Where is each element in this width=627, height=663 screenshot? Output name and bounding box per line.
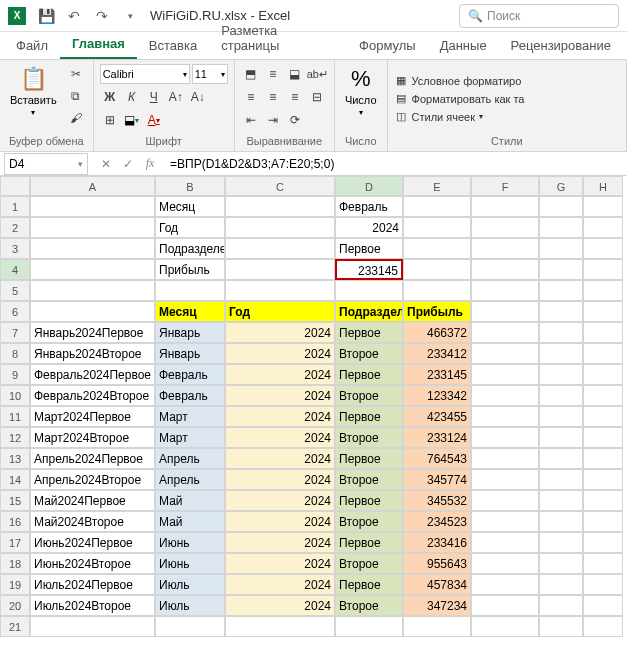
font-name-select[interactable]: Calibri▾ xyxy=(100,64,190,84)
cell[interactable]: Второе xyxy=(335,385,403,406)
tab-page-layout[interactable]: Разметка страницы xyxy=(209,17,347,59)
cell[interactable]: Январь2024Второе xyxy=(30,343,155,364)
cell[interactable]: 123342 xyxy=(403,385,471,406)
cell[interactable]: Февраль xyxy=(155,364,225,385)
cell[interactable]: Январь xyxy=(155,343,225,364)
cell[interactable]: 233416 xyxy=(403,532,471,553)
cell[interactable]: Март xyxy=(155,427,225,448)
tab-home[interactable]: Главная xyxy=(60,30,137,59)
cell[interactable] xyxy=(471,238,539,259)
cell[interactable] xyxy=(471,574,539,595)
cell[interactable]: 2024 xyxy=(225,343,335,364)
cell[interactable]: 345774 xyxy=(403,469,471,490)
font-size-down-icon[interactable]: A↓ xyxy=(188,87,208,107)
cell[interactable] xyxy=(471,595,539,616)
cell[interactable]: Июнь xyxy=(155,553,225,574)
cell[interactable] xyxy=(471,532,539,553)
cell[interactable] xyxy=(539,385,583,406)
cell[interactable]: Июль xyxy=(155,574,225,595)
column-header[interactable]: F xyxy=(471,176,539,196)
cell[interactable]: 233145 xyxy=(403,364,471,385)
cell[interactable]: Июнь2024Второе xyxy=(30,553,155,574)
cut-icon[interactable]: ✂ xyxy=(65,64,87,84)
cell[interactable]: Первое xyxy=(335,364,403,385)
italic-button[interactable]: К xyxy=(122,87,142,107)
cell[interactable] xyxy=(539,322,583,343)
cell[interactable]: Второе xyxy=(335,511,403,532)
row-header[interactable]: 4 xyxy=(0,259,30,280)
cell[interactable] xyxy=(583,406,623,427)
cell[interactable]: Первое xyxy=(335,448,403,469)
column-header[interactable]: H xyxy=(583,176,623,196)
cell[interactable] xyxy=(155,616,225,637)
cell[interactable] xyxy=(471,280,539,301)
cell[interactable] xyxy=(30,301,155,322)
cell[interactable]: Прибыль xyxy=(155,259,225,280)
font-size-up-icon[interactable]: A↑ xyxy=(166,87,186,107)
cell[interactable] xyxy=(539,469,583,490)
cell[interactable] xyxy=(583,574,623,595)
cell[interactable] xyxy=(583,238,623,259)
cell[interactable]: Подразделение xyxy=(155,238,225,259)
row-header[interactable]: 15 xyxy=(0,490,30,511)
cell[interactable] xyxy=(403,616,471,637)
cell[interactable] xyxy=(403,196,471,217)
wrap-text-icon[interactable]: ab↵ xyxy=(307,64,328,84)
cell[interactable] xyxy=(225,238,335,259)
cell[interactable]: Второе xyxy=(335,595,403,616)
cell[interactable]: 233145 xyxy=(335,259,403,280)
border-icon[interactable]: ⊞ xyxy=(100,110,120,130)
tab-insert[interactable]: Вставка xyxy=(137,32,209,59)
cell[interactable] xyxy=(539,406,583,427)
cell[interactable]: Февраль2024Первое xyxy=(30,364,155,385)
cell[interactable] xyxy=(583,427,623,448)
cell[interactable]: Второе xyxy=(335,469,403,490)
tab-formulas[interactable]: Формулы xyxy=(347,32,428,59)
cell[interactable] xyxy=(403,280,471,301)
row-header[interactable]: 20 xyxy=(0,595,30,616)
cell[interactable]: Июнь xyxy=(155,532,225,553)
row-header[interactable]: 19 xyxy=(0,574,30,595)
tab-file[interactable]: Файл xyxy=(4,32,60,59)
cell[interactable]: Месяц xyxy=(155,301,225,322)
cell[interactable]: 2024 xyxy=(225,490,335,511)
cell[interactable] xyxy=(30,238,155,259)
align-middle-icon[interactable]: ≡ xyxy=(263,64,283,84)
row-header[interactable]: 13 xyxy=(0,448,30,469)
cell[interactable] xyxy=(225,196,335,217)
cell[interactable]: Первое xyxy=(335,574,403,595)
cell[interactable]: 2024 xyxy=(225,469,335,490)
cell[interactable] xyxy=(471,490,539,511)
cell[interactable]: Апрель xyxy=(155,469,225,490)
underline-button[interactable]: Ч xyxy=(144,87,164,107)
redo-icon[interactable]: ↷ xyxy=(90,4,114,28)
cell[interactable]: Подразделение xyxy=(335,301,403,322)
formula-input[interactable] xyxy=(164,153,627,175)
cell[interactable]: Февраль xyxy=(155,385,225,406)
cell[interactable] xyxy=(471,364,539,385)
cell[interactable] xyxy=(539,343,583,364)
cell[interactable]: Первое xyxy=(335,532,403,553)
cell[interactable] xyxy=(471,406,539,427)
cell[interactable] xyxy=(539,427,583,448)
name-box[interactable]: D4 ▾ xyxy=(4,153,88,175)
row-header[interactable]: 16 xyxy=(0,511,30,532)
cell[interactable] xyxy=(539,238,583,259)
align-center-icon[interactable]: ≡ xyxy=(263,87,283,107)
cell[interactable] xyxy=(539,616,583,637)
select-all-corner[interactable] xyxy=(0,176,30,196)
spreadsheet-grid[interactable]: ABCDEFGH1МесяцФевраль2Год20243Подразделе… xyxy=(0,176,627,637)
cell[interactable] xyxy=(471,322,539,343)
cell[interactable] xyxy=(225,259,335,280)
bold-button[interactable]: Ж xyxy=(100,87,120,107)
align-right-icon[interactable]: ≡ xyxy=(285,87,305,107)
cell[interactable] xyxy=(335,616,403,637)
cell[interactable]: 347234 xyxy=(403,595,471,616)
row-header[interactable]: 7 xyxy=(0,322,30,343)
row-header[interactable]: 17 xyxy=(0,532,30,553)
cell[interactable]: Апрель2024Второе xyxy=(30,469,155,490)
orientation-icon[interactable]: ⟳ xyxy=(285,110,305,130)
cell[interactable] xyxy=(583,616,623,637)
row-header[interactable]: 8 xyxy=(0,343,30,364)
cell[interactable] xyxy=(539,490,583,511)
